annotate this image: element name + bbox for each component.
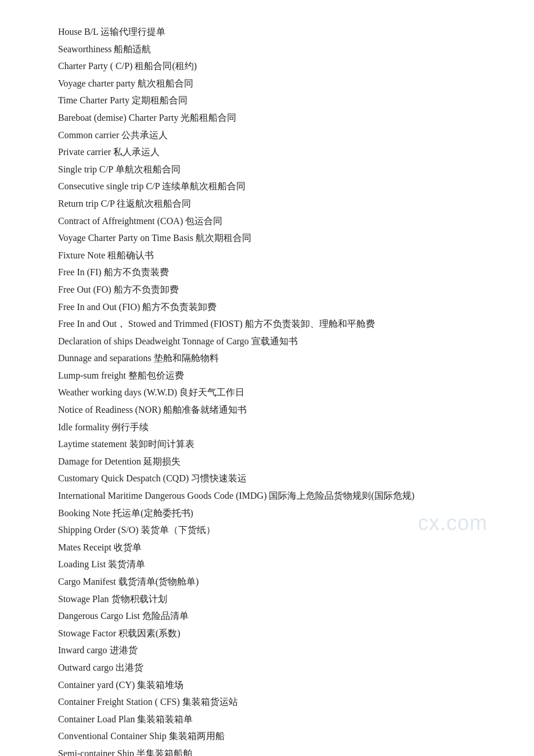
list-item: Common carrier 公共承运人 — [58, 127, 476, 144]
list-item: Single trip C/P 单航次租船合同 — [58, 161, 476, 178]
list-item: Dangerous Cargo List 危险品清单 — [58, 607, 476, 625]
list-item: Container Freight Station ( CFS) 集装箱货运站 — [58, 693, 476, 711]
list-item: Contract of Affreightment (COA) 包运合同 — [58, 213, 476, 230]
main-content: House B/L 运输代理行提单Seaworthiness 船舶适航Chart… — [58, 23, 476, 756]
list-item: Container Load Plan 集装箱装箱单 — [58, 711, 476, 728]
list-item: Free In (FI) 船方不负责装费 — [58, 264, 476, 281]
list-item: Semi-container Ship 半集装箱船舶 — [58, 745, 476, 756]
list-item: Seaworthiness 船舶适航 — [58, 41, 476, 58]
list-item: Laytime statement 装卸时间计算表 — [58, 435, 476, 453]
list-item: Weather working days (W.W.D) 良好天气工作日 — [58, 384, 476, 401]
list-item: Damage for Detention 延期损失 — [58, 453, 476, 470]
list-item: International Maritime Dangerous Goods C… — [58, 487, 476, 505]
list-item: Notice of Readiness (NOR) 船舶准备就绪通知书 — [58, 401, 476, 419]
list-item: Customary Quick Despatch (CQD) 习惯快速装运 — [58, 470, 476, 487]
list-item: Fixture Note 租船确认书 — [58, 247, 476, 264]
list-item: Loading List 装货清单 — [58, 556, 476, 573]
list-item: Container yard (CY) 集装箱堆场 — [58, 676, 476, 694]
list-item: Declaration of ships Deadweight Tonnage … — [58, 333, 476, 350]
list-item: Return trip C/P 往返航次租船合同 — [58, 195, 476, 213]
list-item: Stowage Plan 货物积载计划 — [58, 591, 476, 608]
list-item: Stowage Factor 积载因素(系数) — [58, 625, 476, 642]
list-item: Dunnage and separations 垫舱和隔舱物料 — [58, 350, 476, 367]
list-item: Shipping Order (S/O) 装货单（下货纸） — [58, 521, 476, 539]
list-item: Booking Note 托运单(定舱委托书) — [58, 505, 476, 522]
list-item: Private carrier 私人承运人 — [58, 143, 476, 161]
list-item: Bareboat (demise) Charter Party 光船租船合同 — [58, 109, 476, 127]
list-item: Idle formality 例行手续 — [58, 419, 476, 436]
list-item: Mates Receipt 收货单 — [58, 539, 476, 556]
list-item: Lump-sum freight 整船包价运费 — [58, 367, 476, 384]
list-item: Charter Party ( C/P) 租船合同(租约) — [58, 57, 476, 75]
list-item: Voyage Charter Party on Time Basis 航次期租合… — [58, 229, 476, 247]
list-item: Free In and Out， Stowed and Trimmed (FIO… — [58, 315, 476, 333]
list-item: House B/L 运输代理行提单 — [58, 23, 476, 41]
list-item: Voyage charter party 航次租船合同 — [58, 75, 476, 92]
list-item: Outward cargo 出港货 — [58, 659, 476, 676]
list-item: Cargo Manifest 载货清单(货物舱单) — [58, 573, 476, 591]
list-item: Consecutive single trip C/P 连续单航次租船合同 — [58, 178, 476, 195]
list-item: Time Charter Party 定期租船合同 — [58, 92, 476, 109]
list-item: Inward cargo 进港货 — [58, 642, 476, 659]
list-item: Free Out (FO) 船方不负责卸费 — [58, 281, 476, 298]
list-item: Conventional Container Ship 集装箱两用船 — [58, 728, 476, 745]
list-item: Free In and Out (FIO) 船方不负责装卸费 — [58, 298, 476, 316]
